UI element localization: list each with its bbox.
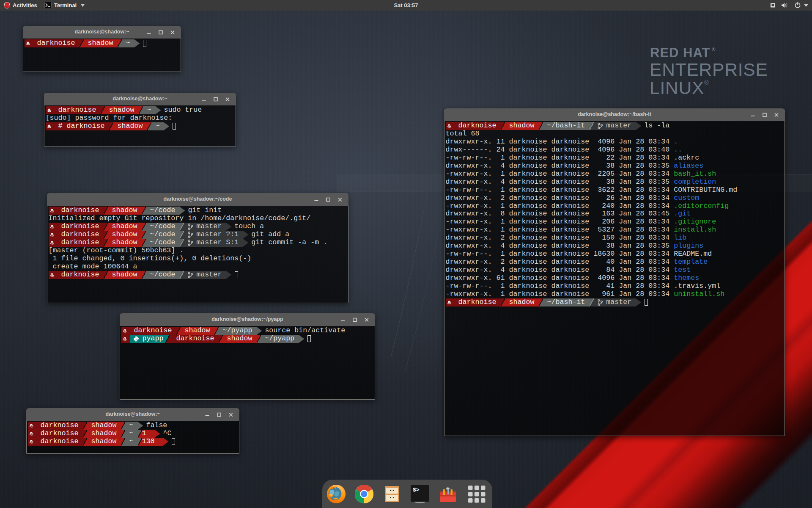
svg-text:$>: $> [413, 487, 420, 493]
